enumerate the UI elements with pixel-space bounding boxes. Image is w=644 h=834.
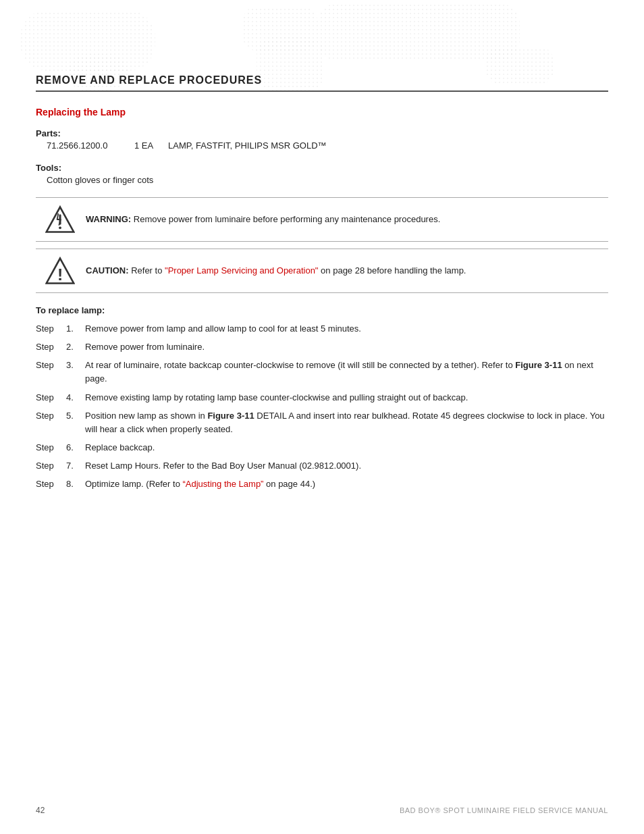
step-row: Step5.Position new lamp as shown in Figu… (36, 409, 608, 436)
step-number: 4. (66, 391, 85, 405)
step-row: Step8.Optimize lamp. (Refer to “Adjustin… (36, 477, 608, 491)
part-number: 71.2566.1200.0 (47, 140, 134, 151)
footer-doc-title: BAD BOY® SPOT LUMINAIRE FIELD SERVICE MA… (400, 806, 608, 814)
step-row: Step4.Remove existing lamp by rotating l… (36, 391, 608, 405)
step-content: Reset Lamp Hours. Refer to the Bad Boy U… (85, 459, 608, 473)
parts-label: Parts: (36, 128, 608, 138)
step-number: 5. (66, 409, 85, 423)
step-number: 1. (66, 322, 85, 336)
step-label: Step (36, 322, 66, 336)
step-row: Step3.At rear of luminaire, rotate backc… (36, 359, 608, 386)
step-content: Remove existing lamp by rotating lamp ba… (85, 391, 608, 405)
subsection-title: Replacing the Lamp (36, 107, 608, 118)
part-qty: 1 EA (134, 140, 168, 151)
parts-block: Parts: 71.2566.1200.0 1 EA LAMP, FASTFIT… (36, 128, 608, 151)
step-row: Step7.Reset Lamp Hours. Refer to the Bad… (36, 459, 608, 473)
step-label: Step (36, 409, 66, 423)
page-footer: 42 BAD BOY® SPOT LUMINAIRE FIELD SERVICE… (36, 806, 608, 815)
step-label: Step (36, 340, 66, 354)
step-number: 6. (66, 441, 85, 454)
step-number: 3. (66, 359, 85, 372)
tools-text: Cotton gloves or finger cots (36, 175, 608, 185)
svg-text:!: ! (57, 265, 63, 284)
warning-label: WARNING: (86, 214, 131, 224)
steps-heading: To replace lamp: (36, 305, 608, 315)
caution-icon: ! (45, 256, 75, 286)
step-row: Step6.Replace backcap. (36, 441, 608, 454)
caution-link[interactable]: "Proper Lamp Servicing and Operation" (165, 265, 318, 276)
step-content: Replace backcap. (85, 441, 608, 454)
step-content: Remove power from luminaire. (85, 340, 608, 354)
step-number: 2. (66, 340, 85, 354)
step-number: 7. (66, 459, 85, 473)
warning-body: Remove power from luminaire before perfo… (131, 214, 440, 224)
section-title: REMOVE AND REPLACE PROCEDURES (36, 74, 262, 86)
parts-row: 71.2566.1200.0 1 EA LAMP, FASTFIT, PHILI… (36, 140, 608, 151)
section-header: REMOVE AND REPLACE PROCEDURES (36, 74, 608, 92)
caution-post-link: on page 28 before handling the lamp. (318, 265, 466, 276)
footer-page-number: 42 (36, 806, 45, 815)
caution-box: ! CAUTION: Refer to "Proper Lamp Servici… (36, 249, 608, 293)
svg-point-9 (59, 226, 61, 229)
step-number: 8. (66, 477, 85, 491)
step-content: Optimize lamp. (Refer to “Adjusting the … (85, 477, 608, 491)
steps-container: Step1.Remove power from lamp and allow l… (36, 322, 608, 491)
step-label: Step (36, 391, 66, 405)
step-row: Step2.Remove power from luminaire. (36, 340, 608, 354)
step-row: Step1.Remove power from lamp and allow l… (36, 322, 608, 336)
caution-text: CAUTION: Refer to "Proper Lamp Servicing… (86, 264, 466, 278)
step-label: Step (36, 477, 66, 491)
step-content: Position new lamp as shown in Figure 3-1… (85, 409, 608, 436)
caution-pre-link: Refer to (129, 265, 165, 276)
warning-box: WARNING: Remove power from luminaire bef… (36, 197, 608, 242)
warning-icon (45, 205, 75, 234)
step-content: At rear of luminaire, rotate backcap cou… (85, 359, 608, 386)
part-desc: LAMP, FASTFIT, PHILIPS MSR GOLD™ (168, 140, 327, 151)
tools-block: Tools: Cotton gloves or finger cots (36, 163, 608, 185)
tools-label: Tools: (36, 163, 608, 173)
step-content: Remove power from lamp and allow lamp to… (85, 322, 608, 336)
step-label: Step (36, 359, 66, 372)
step-label: Step (36, 459, 66, 473)
step-label: Step (36, 441, 66, 454)
caution-label: CAUTION: (86, 265, 129, 276)
warning-text: WARNING: Remove power from luminaire bef… (86, 213, 440, 226)
